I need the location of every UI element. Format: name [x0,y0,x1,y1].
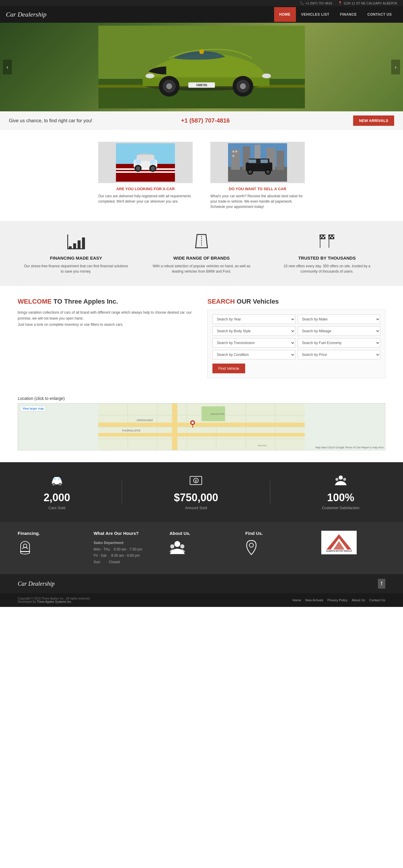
footer-hours: What Are Our Hours? Sales Department Mon… [94,531,158,565]
map-container[interactable]: THORNCLIFFE GREENVIEW Laycock Park Silve… [18,403,385,451]
price-select[interactable]: Search by Price [298,350,380,360]
card-buy-desc: Our cars are delivered fully-registered … [98,193,193,204]
hero-section: ‹ VM8700 › [0,23,403,111]
svg-rect-35 [233,151,234,152]
find-vehicle-button[interactable]: Find Vehicle [212,364,245,373]
nav-vehicles[interactable]: VEHICLES LIST [296,7,335,22]
footer-find: Find Us. [245,531,309,559]
developed-text: Developed By Three Apples Systems Inc. [18,600,90,603]
footer-link-new-arrivals[interactable]: New Arrivals [305,598,323,602]
search-rest: OUR Vehicles [237,298,279,305]
amount-icon: $ [174,474,218,489]
body-style-select[interactable]: Search by Body Style [212,327,295,336]
footer-top: Financing. What Are Our Hours? Sales Dep… [0,522,403,574]
transmission-select[interactable]: Search by Transmission [212,338,295,348]
svg-rect-56 [321,236,323,237]
banner-phone: +1 (587) 707-4816 [181,117,347,124]
svg-rect-34 [277,151,284,170]
svg-rect-46 [69,246,72,249]
footer-amvic: ALBERTA MOTOR VEHICLE INDUSTRY COUNCIL [321,531,385,554]
feature-brands: WIDE RANGE OF BRANDS With a robust selec… [143,233,260,274]
svg-rect-26 [135,160,141,164]
cars-sold-icon [44,474,70,489]
developer-link[interactable]: Three Apples Systems Inc. [37,600,72,603]
search-box: Search by Year Search by Make Search by … [207,310,385,378]
svg-point-115 [249,543,254,547]
footer-hours-frisat: Fri - Sat: 9:30 am - 6:00 pm [94,554,140,558]
year-select[interactable]: Search by Year [212,314,295,324]
nav-contact[interactable]: CONTACT US [362,7,397,22]
nav-home[interactable]: HOME [274,7,296,22]
hero-car-image: VM8700 [40,26,363,108]
svg-rect-57 [323,236,324,237]
facebook-icon[interactable]: f [378,579,385,589]
svg-text:Laycock Park: Laycock Park [210,412,225,415]
banner-text: Give us chance, to find right car for yo… [9,118,175,123]
footer-link-contact[interactable]: Contact Us [369,598,385,602]
hero-next-button[interactable]: › [391,60,400,74]
condition-select[interactable]: Search by Condition [212,350,295,360]
welcome-search-section: WELCOME TO Three Apples Inc. brings vari… [0,286,403,390]
svg-point-11 [145,73,154,78]
svg-rect-45 [261,159,268,163]
make-select[interactable]: Search by Make [298,314,380,324]
footer-brand-bar: Car Dealership f [0,574,403,593]
svg-rect-102 [53,478,56,480]
top-address: 📍 1234 11 ST NE CALGARY ALBERTA [338,1,397,5]
stat-satisfaction: 100% Customer Satisfaction [322,474,359,510]
promo-banner: Give us chance, to find right car for yo… [0,111,403,130]
feature-financing-desc: Our stress-free finance department that … [24,264,128,274]
amount-number: $750,000 [174,491,218,504]
svg-point-108 [335,478,338,481]
svg-rect-27 [150,160,156,164]
svg-rect-49 [82,238,85,249]
svg-text:Silverwd: Silverwd [258,444,266,447]
svg-point-101 [59,484,61,485]
footer-link-about[interactable]: About Us [352,598,365,602]
svg-rect-19 [116,171,175,173]
card-sell-title: DO YOU WANT TO SELL A CAR [210,187,305,191]
svg-point-15 [199,49,204,54]
fuel-economy-select[interactable]: Search by Fuel Economy [298,338,380,348]
svg-point-113 [170,544,174,549]
svg-point-41 [248,170,252,174]
footer-logo: Car Dealership [18,580,378,587]
feature-trusted-desc: 10 new offers every day. 350 offers on s… [275,264,379,274]
svg-rect-71 [330,237,331,238]
svg-rect-72 [331,237,333,238]
svg-rect-68 [331,236,333,237]
search-grid: Search by Year Search by Make Search by … [212,314,380,360]
nav-finance[interactable]: FINANCE [335,7,362,22]
search-title: SEARCH OUR Vehicles [207,298,385,305]
svg-rect-86 [172,403,177,451]
new-arrivals-button[interactable]: New Arrivals [353,116,394,126]
svg-rect-87 [98,423,305,427]
footer-link-privacy[interactable]: Privacy Policy [328,598,347,602]
top-phone: 📞 +1 (587) 707-4816 [300,1,332,5]
svg-rect-18 [116,168,175,170]
feature-brands-title: WIDE RANGE OF BRANDS [149,255,254,260]
view-larger-map-button[interactable]: View larger map [20,406,46,411]
svg-rect-60 [321,237,323,238]
svg-rect-88 [98,433,305,436]
map-svg: THORNCLIFFE GREENVIEW Laycock Park Silve… [18,403,385,451]
stats-section: 2,000 Cars Sold $ $750,000 Amount Sold 1… [0,462,403,522]
svg-rect-48 [77,240,80,249]
card-buy-image [98,142,193,183]
footer-link-home[interactable]: Home [292,598,301,602]
amvic-logo-svg: ALBERTA MOTOR VEHICLE INDUSTRY COUNCIL [324,532,354,553]
welcome-red: WELCOME [18,298,52,305]
copyright-text: Copyright © 2019 Three Apples Inc., All … [18,597,90,600]
mileage-select[interactable]: Search by Mileage [298,327,380,336]
map-label[interactable]: Location (click to enlarge) [18,396,385,401]
footer-financing-title: Financing. [18,531,82,536]
svg-rect-67 [330,236,331,237]
footer-hours-sun: Sun: Closed [94,560,120,564]
welcome-block: WELCOME TO Three Apples Inc. brings vari… [18,298,196,378]
svg-text:VM8700: VM8700 [196,84,207,87]
search-panel: SEARCH OUR Vehicles Search by Year Searc… [207,298,385,378]
nav-links: HOME VEHICLES LIST FINANCE CONTACT US [274,7,397,22]
brands-icon [149,233,254,252]
hero-prev-button[interactable]: ‹ [3,60,12,74]
card-buy-title: ARE YOU LOOKING FOR A CAR [98,187,193,191]
